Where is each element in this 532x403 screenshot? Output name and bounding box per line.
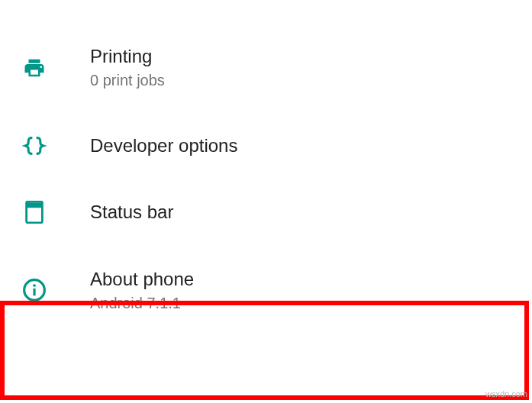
settings-list: Printing 0 print jobs Developer options … xyxy=(0,0,532,335)
settings-item-text: Developer options xyxy=(47,134,237,157)
printer-icon xyxy=(21,56,47,79)
settings-item-title: Developer options xyxy=(90,134,237,157)
info-icon xyxy=(21,278,47,302)
settings-item-printing[interactable]: Printing 0 print jobs xyxy=(0,23,532,112)
svg-rect-4 xyxy=(33,289,35,295)
settings-item-text: Status bar xyxy=(47,200,173,224)
settings-item-title: Status bar xyxy=(90,200,173,224)
status-bar-icon xyxy=(21,201,47,224)
settings-item-subtitle: 0 print jobs xyxy=(90,69,165,91)
svg-point-3 xyxy=(33,284,36,287)
settings-item-text: About phone Android 7.1.1 xyxy=(47,267,194,314)
settings-item-status-bar[interactable]: Status bar xyxy=(0,179,532,245)
settings-item-developer-options[interactable]: Developer options xyxy=(0,112,532,179)
settings-item-title: About phone xyxy=(90,267,194,291)
settings-item-subtitle: Android 7.1.1 xyxy=(90,292,194,314)
watermark: wsxdn.com xyxy=(485,389,527,398)
settings-item-about-phone[interactable]: About phone Android 7.1.1 xyxy=(0,246,532,335)
svg-rect-1 xyxy=(27,202,41,208)
braces-icon xyxy=(21,136,47,156)
settings-item-text: Printing 0 print jobs xyxy=(47,44,165,91)
settings-item-title: Printing xyxy=(90,44,165,68)
